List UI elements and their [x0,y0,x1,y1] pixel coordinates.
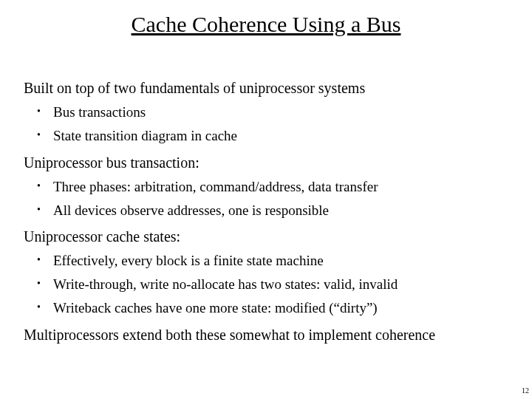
bullet-list-1: Bus transactions State transition diagra… [24,104,532,144]
bullet-item: Bus transactions [33,104,532,120]
slide-body: Built on top of two fundamentals of unip… [24,80,532,358]
bullet-item: State transition diagram in cache [33,128,532,144]
bullet-item: All devices observe addresses, one is re… [33,202,532,219]
section-heading-2: Uniprocessor bus transaction: [24,154,532,171]
section-heading-3: Uniprocessor cache states: [24,228,532,245]
bullet-list-3: Effectively, every block is a finite sta… [24,253,532,316]
bullet-item: Effectively, every block is a finite sta… [33,253,532,269]
section-heading-1: Built on top of two fundamentals of unip… [24,80,532,97]
bullet-item: Writeback caches have one more state: mo… [33,300,532,316]
page-number: 12 [522,386,529,395]
slide-title: Cache Coherence Using a Bus [0,12,532,37]
bullet-item: Three phases: arbitration, command/addre… [33,179,532,195]
closing-text: Multiprocessors extend both these somewh… [24,327,532,344]
bullet-item: Write-through, write no-allocate has two… [33,276,532,293]
bullet-list-2: Three phases: arbitration, command/addre… [24,179,532,219]
slide: Cache Coherence Using a Bus Built on top… [0,0,532,399]
